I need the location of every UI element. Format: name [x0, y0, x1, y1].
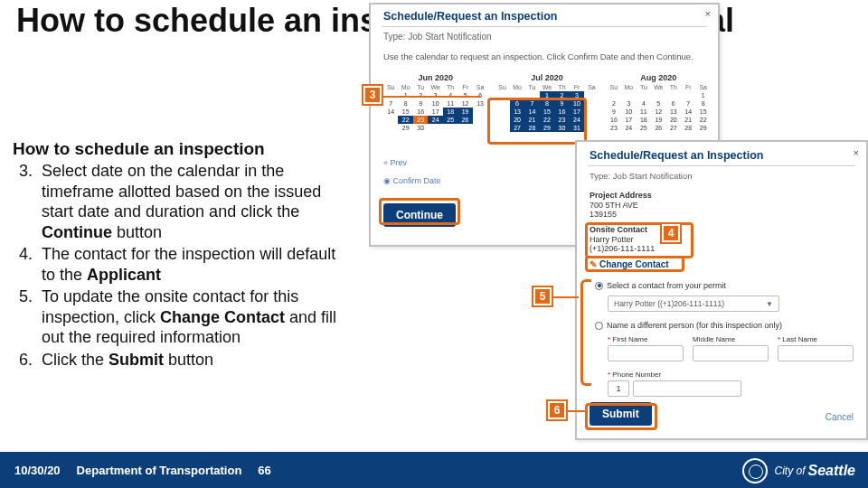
step-3: 3. Select date on the calendar in the ti… [13, 161, 347, 242]
month-jun: Jun 2020 SuMoTuWeThFrSa 123456 789101112… [383, 73, 487, 132]
change-contact-panel: Select a contact from your permit Harry … [595, 281, 854, 397]
step-6: 6. Click the Submit button [13, 350, 347, 371]
contact-dialog: Schedule/Request an Inspection × Type: J… [575, 140, 868, 440]
slide-subtitle: How to schedule an inspection [13, 139, 265, 159]
first-name-field: * First Name [608, 335, 684, 361]
city-seal-icon [742, 458, 768, 483]
confirm-date-radio[interactable]: Confirm Date [383, 176, 441, 185]
connector-line [568, 410, 586, 412]
cancel-link[interactable]: Cancel [826, 412, 854, 422]
footer-dept: Department of Transportation [77, 464, 242, 477]
footer-bar: 10/30/20 Department of Transportation 66 [0, 452, 868, 488]
step-text: Select date on the calendar in the timef… [42, 161, 347, 242]
dialog-type: Type: Job Start Notification [383, 32, 492, 42]
callout-4: 4 [662, 224, 680, 242]
connector-line [382, 96, 481, 98]
address-line1: 700 5TH AVE [590, 201, 638, 210]
phone-country-code[interactable]: 1 [608, 380, 629, 397]
radio-select-permit-contact[interactable]: Select a contact from your permit [595, 281, 854, 290]
dialog-title: Schedule/Request an Inspection [590, 149, 763, 162]
change-contact-highlight-box [585, 256, 684, 272]
step-text: To update the onsite contact for this in… [42, 286, 347, 348]
address-label: Project Address [590, 191, 652, 200]
city-logo: City ofSeattle [742, 458, 855, 483]
chevron-down-icon: ▼ [766, 300, 773, 308]
close-icon[interactable]: × [705, 8, 711, 19]
last-name-input[interactable] [778, 345, 854, 361]
footer-page: 66 [258, 464, 270, 477]
step-text: Click the Submit button [42, 350, 347, 371]
callout-5: 5 [533, 287, 552, 305]
address-line2: 139155 [590, 210, 617, 219]
calendar-highlight-box [487, 98, 587, 145]
connector-line [553, 296, 579, 298]
callout-6: 6 [548, 401, 566, 419]
first-name-input[interactable] [608, 345, 684, 361]
last-name-field: * Last Name [778, 335, 854, 361]
dialog-type: Type: Job Start Notification [590, 171, 693, 181]
step-text: The contact for the inspection will defa… [42, 244, 347, 285]
close-icon[interactable]: × [854, 147, 859, 158]
middle-name-field: Middle Name [693, 335, 769, 361]
step-5: 5. To update the onsite contact for this… [13, 286, 347, 348]
footer-date: 10/30/20 [14, 464, 61, 477]
prev-link[interactable]: « Prev [383, 158, 407, 167]
permit-contact-select[interactable]: Harry Potter ((+1)206-111-1111)▼ [608, 296, 779, 312]
step-number: 4. [13, 244, 42, 265]
steps-list: 3. Select date on the calendar in the ti… [13, 161, 347, 371]
phone-number-input[interactable] [633, 380, 741, 397]
submit-highlight-box [585, 403, 657, 430]
step-4: 4. The contact for the inspection will d… [13, 244, 347, 285]
step-number: 6. [13, 350, 42, 371]
step-number: 3. [13, 161, 42, 182]
phone-field: * Phone Number 1 [608, 371, 854, 397]
callout-3: 3 [363, 86, 382, 104]
month-aug: Aug 2020 SuMoTuWeThFrSa 1 2345678 910111… [607, 73, 711, 132]
expand-brace-icon [580, 279, 591, 386]
middle-name-input[interactable] [693, 345, 769, 361]
dialog-instruction: Use the calendar to request an inspectio… [383, 52, 693, 61]
step-number: 5. [13, 286, 42, 307]
continue-highlight-box [379, 198, 460, 225]
radio-name-different[interactable]: Name a different person (for this inspec… [595, 321, 854, 330]
dialog-title: Schedule/Request an Inspection [383, 10, 557, 23]
